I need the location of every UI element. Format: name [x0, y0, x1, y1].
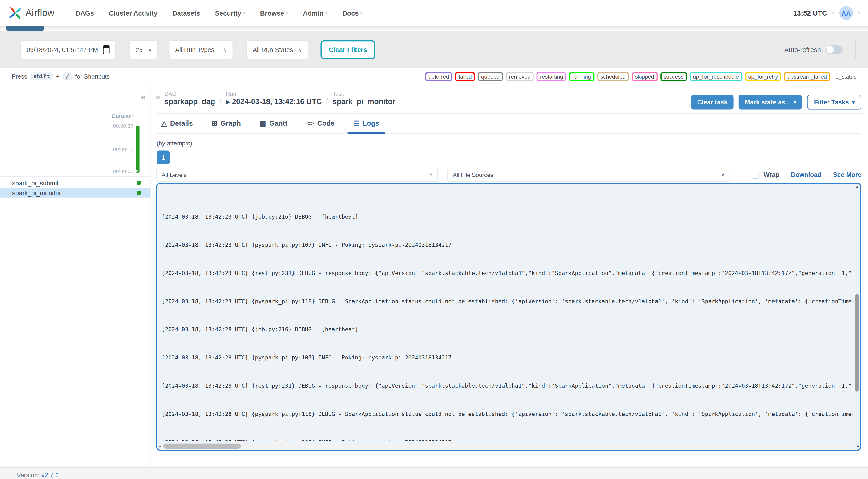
- badge-deferred: deferred: [425, 72, 453, 81]
- clear-filters-button[interactable]: Clear Filters: [320, 40, 375, 59]
- breadcrumb: DAG sparkapp_dag / Run ▶ 2024-03-18, 13:…: [164, 91, 395, 106]
- task-row-spark-pi-monitor[interactable]: spark_pi_monitor: [0, 188, 151, 198]
- badge-up-for-retry: up_for_retry: [745, 72, 781, 81]
- nav-right-cluster: 13:52 UTC ▾ AA ▾: [793, 6, 860, 20]
- dag-label: DAG: [164, 91, 215, 97]
- run-link[interactable]: ▶ 2024-03-18, 13:42:16 UTC: [226, 97, 322, 106]
- shift-key: shift: [30, 72, 53, 80]
- task-detail-panel: » DAG sparkapp_dag / Run ▶ 2024-03-18, 1…: [152, 85, 868, 468]
- task-label: Task: [333, 91, 395, 97]
- log-line: [2024-03-18, 13:42:23 UTC] {rest.py:231}…: [162, 270, 853, 277]
- run-types-select[interactable]: All Run Types ∨: [169, 40, 233, 59]
- auto-refresh-toggle[interactable]: [826, 45, 843, 54]
- duration-axis-label: Duration: [111, 112, 133, 119]
- breadcrumb-run: Run ▶ 2024-03-18, 13:42:16 UTC: [226, 91, 322, 106]
- nav-item-dags[interactable]: DAGs: [75, 9, 94, 17]
- grid-sidebar: « Duration 00:00:37 00:00:18 00:00:00 ▶ …: [0, 85, 151, 468]
- duration-tick: 00:00:00: [113, 168, 133, 174]
- nav-item-security[interactable]: Security ▾: [215, 9, 245, 17]
- filter-tasks-button[interactable]: Filter Tasks ▾: [807, 95, 861, 109]
- user-avatar[interactable]: AA: [839, 6, 853, 20]
- badge-restarting: restarting: [537, 72, 566, 81]
- tab-graph[interactable]: ⊞ Graph: [206, 116, 246, 134]
- task-link[interactable]: spark_pi_monitor: [333, 97, 395, 106]
- chevron-down-icon: ∨: [299, 47, 302, 53]
- duration-tick: 00:00:18: [113, 146, 133, 152]
- caret-down-icon: ▾: [852, 99, 855, 105]
- nav-item-label: Docs: [342, 9, 359, 17]
- sidebar-divider: [0, 176, 151, 177]
- badge-upstream-failed: upstream_failed: [784, 72, 830, 81]
- scroll-left-icon[interactable]: ◂: [159, 444, 161, 449]
- log-output-panel[interactable]: [2024-03-18, 13:42:23 UTC] {job.py:216} …: [156, 183, 861, 451]
- base-date-field[interactable]: 03/18/2024, 01:52:47 PM: [21, 40, 116, 59]
- toggle-knob: [827, 46, 834, 53]
- badge-removed: removed: [506, 72, 534, 81]
- run-states-value: All Run States: [253, 46, 293, 53]
- task-success-square: [137, 191, 141, 195]
- detail-tabs: △ Details ⊞ Graph ▤ Gantt <> Code: [156, 116, 861, 134]
- tab-logs[interactable]: ☰ Logs: [348, 116, 385, 134]
- run-states-select[interactable]: All Run States ∨: [247, 40, 308, 59]
- top-navbar: Airflow DAGs Cluster Activity Datasets: [0, 0, 868, 26]
- chevron-down-icon: ▾: [325, 10, 327, 15]
- tab-code[interactable]: <> Code: [301, 116, 340, 134]
- version-label: Version:: [17, 472, 40, 479]
- collapse-sidebar-icon[interactable]: «: [141, 92, 146, 101]
- auto-refresh-control: Auto-refresh: [784, 41, 856, 58]
- attempt-1-button[interactable]: 1: [157, 151, 170, 164]
- log-level-select[interactable]: All Levels ∨: [156, 167, 438, 182]
- see-more-link[interactable]: See More: [833, 171, 861, 178]
- manual-trigger-icon: ▶: [226, 99, 230, 104]
- chevron-down-icon: ∨: [223, 47, 227, 53]
- run-label: Run: [226, 91, 322, 97]
- file-source-select[interactable]: All File Sources ∨: [447, 167, 730, 182]
- chevron-down-icon: ▾: [286, 10, 288, 15]
- mark-state-button[interactable]: Mark state as... ▾: [739, 95, 802, 109]
- plus-text: +: [56, 73, 60, 79]
- timezone-clock[interactable]: 13:52 UTC: [793, 9, 827, 17]
- duration-tick: 00:00:37: [113, 123, 133, 129]
- badge-skipped: skipped: [632, 72, 657, 81]
- wrap-control: Wrap: [752, 171, 779, 179]
- nav-item-admin[interactable]: Admin ▾: [303, 9, 328, 17]
- log-line: [2024-03-18, 13:42:33 UTC] {pyspark_pi.p…: [162, 439, 853, 441]
- dag-link[interactable]: sparkapp_dag: [164, 97, 215, 106]
- file-source-value: All File Sources: [453, 171, 493, 178]
- footer: Version: v2.7.2: [0, 468, 868, 479]
- tab-icon: △: [162, 120, 167, 127]
- clock-caret-icon: ▾: [832, 10, 834, 15]
- airflow-logo-icon[interactable]: [8, 6, 23, 21]
- vertical-scroll-thumb[interactable]: [855, 294, 859, 392]
- nav-item-datasets[interactable]: Datasets: [172, 9, 200, 17]
- tab-details[interactable]: △ Details: [156, 116, 198, 134]
- tab-label: Code: [317, 120, 335, 127]
- log-line: [2024-03-18, 13:42:28 UTC] {pyspark_pi.p…: [162, 411, 853, 418]
- brand-wordmark[interactable]: Airflow: [25, 7, 54, 19]
- version-link[interactable]: v2.7.2: [41, 472, 59, 479]
- horizontal-scroll-thumb[interactable]: [163, 444, 241, 449]
- nav-shadow: [0, 26, 868, 31]
- nav-item-docs[interactable]: Docs ▾: [342, 9, 362, 17]
- tab-icon: ☰: [353, 120, 359, 127]
- download-log-link[interactable]: Download: [791, 171, 822, 178]
- scroll-right-icon[interactable]: ▸: [857, 444, 859, 449]
- keyboard-shortcut-hint: Press shift + / for Shortcuts: [11, 72, 110, 80]
- clear-task-button[interactable]: Clear task: [691, 95, 734, 109]
- breadcrumb-separator: /: [326, 97, 328, 106]
- task-row-spark-pi-submit[interactable]: spark_pi_submit: [0, 178, 151, 188]
- scroll-up-icon[interactable]: ▲: [855, 185, 859, 188]
- nav-item-cluster-activity[interactable]: Cluster Activity: [109, 9, 157, 17]
- shortcut-text: Press: [11, 73, 27, 79]
- log-line: [2024-03-18, 13:42:23 UTC] {pyspark_pi.p…: [162, 298, 853, 305]
- header-divider: [156, 114, 864, 114]
- scrolled-button-edge: [6, 26, 44, 31]
- log-lines: [2024-03-18, 13:42:23 UTC] {job.py:216} …: [162, 185, 853, 441]
- nav-item-browse[interactable]: Browse ▾: [260, 9, 288, 17]
- panel-expand-icon[interactable]: »: [156, 92, 160, 101]
- wrap-checkbox[interactable]: [752, 171, 759, 179]
- tab-gantt[interactable]: ▤ Gantt: [254, 116, 293, 134]
- page-size-select[interactable]: 25 ∨: [129, 40, 158, 59]
- dag-run-duration-bar[interactable]: ▶: [135, 126, 140, 173]
- nav-item-label: Browse: [260, 9, 284, 17]
